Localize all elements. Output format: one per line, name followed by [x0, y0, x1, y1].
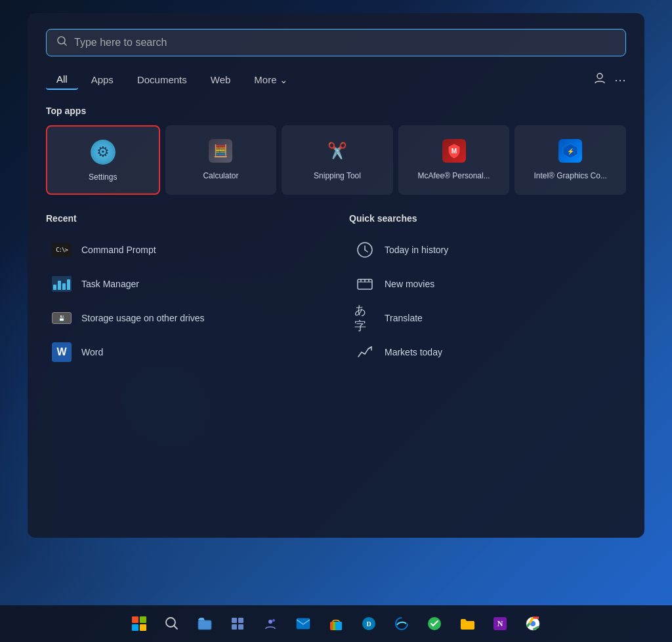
svg-text:D: D [366, 620, 371, 628]
taskbar-teams-icon[interactable] [256, 609, 285, 638]
tab-apps[interactable]: Apps [81, 70, 124, 89]
cmd-label: Command Prompt [81, 245, 156, 255]
recent-section: Recent C:\> Command Prompt [46, 213, 323, 369]
quick-item-history[interactable]: Today in history [349, 233, 626, 267]
tab-documents[interactable]: Documents [127, 70, 198, 89]
app-tile-intel[interactable]: ⚡ Intel® Graphics Co... [514, 125, 626, 195]
svg-rect-20 [238, 624, 243, 630]
app-tile-calculator[interactable]: 🧮 Calculator [165, 125, 277, 195]
taskbar-file-explorer-icon[interactable] [190, 609, 219, 638]
svg-rect-19 [232, 624, 237, 630]
word-icon: W [51, 342, 72, 363]
taskbar-dell-icon[interactable]: D [354, 609, 383, 638]
svg-rect-26 [335, 622, 342, 630]
history-label: Today in history [385, 245, 448, 255]
recent-item-storage[interactable]: 💾 Storage usage on other drives [46, 301, 323, 335]
quick-searches-title: Quick searches [349, 213, 626, 224]
markets-icon [354, 342, 375, 363]
header-right: ⋯ [593, 71, 626, 88]
taskbar: D N [0, 605, 672, 642]
taskman-label: Task Manager [81, 279, 139, 289]
snipping-app-icon: ✂️ [324, 137, 351, 165]
recent-title: Recent [46, 213, 323, 224]
search-panel: All Apps Documents Web More ⌄ ⋯ Top apps… [28, 13, 644, 538]
more-options-icon[interactable]: ⋯ [614, 73, 626, 87]
taskbar-search-icon[interactable] [158, 609, 186, 638]
app-tile-snipping[interactable]: ✂️ Snipping Tool [282, 125, 393, 195]
translate-icon: あ字 [354, 308, 375, 329]
quick-item-translate[interactable]: あ字 Translate [349, 301, 626, 335]
svg-text:M: M [451, 148, 456, 155]
svg-rect-17 [232, 618, 237, 623]
taskbar-store-icon[interactable] [322, 609, 350, 638]
top-apps-grid: Settings 🧮 Calculator ✂️ Snipping Tool M [46, 125, 626, 195]
movies-label: New movies [385, 279, 434, 289]
recent-item-word[interactable]: W Word [46, 335, 323, 369]
storage-label: Storage usage on other drives [81, 313, 205, 323]
quick-item-markets[interactable]: Markets today [349, 335, 626, 369]
windows-logo [132, 616, 146, 631]
svg-rect-16 [198, 620, 211, 630]
translate-label: Translate [385, 313, 423, 323]
cmd-icon: C:\> [51, 239, 72, 260]
app-tile-settings[interactable]: Settings [46, 125, 160, 195]
taskbar-view-icon[interactable] [223, 609, 252, 638]
storage-icon: 💾 [51, 308, 72, 329]
person-icon[interactable] [593, 71, 606, 88]
search-input[interactable] [74, 37, 615, 49]
calculator-app-icon: 🧮 [207, 137, 234, 165]
search-bar[interactable] [46, 29, 626, 56]
intel-app-label: Intel® Graphics Co... [534, 171, 607, 180]
mcafee-app-label: McAfee® Personal... [417, 171, 490, 180]
two-col-section: Recent C:\> Command Prompt [46, 213, 626, 369]
svg-point-22 [272, 619, 275, 622]
recent-item-cmd[interactable]: C:\> Command Prompt [46, 233, 323, 267]
svg-line-8 [365, 250, 368, 252]
settings-app-icon [89, 138, 117, 166]
quick-searches-section: Quick searches Today in history [349, 213, 626, 369]
svg-line-1 [64, 43, 67, 46]
chevron-down-icon: ⌄ [280, 74, 288, 86]
quick-item-movies[interactable]: New movies [349, 267, 626, 301]
svg-point-21 [268, 620, 272, 624]
taskbar-windows-button[interactable] [125, 609, 154, 638]
mcafee-app-icon: M [440, 137, 468, 165]
taskbar-chrome-icon[interactable] [518, 609, 547, 638]
settings-app-label: Settings [89, 172, 117, 182]
svg-rect-23 [297, 618, 310, 629]
recent-item-taskman[interactable]: Task Manager [46, 267, 323, 301]
calculator-app-label: Calculator [203, 171, 238, 180]
svg-text:N: N [497, 619, 503, 628]
taskbar-folder-icon[interactable] [453, 609, 482, 638]
taskbar-edge-icon[interactable] [387, 609, 416, 638]
svg-rect-18 [238, 618, 243, 623]
snipping-app-label: Snipping Tool [314, 171, 361, 180]
svg-text:⚡: ⚡ [567, 148, 575, 155]
app-tile-mcafee[interactable]: M McAfee® Personal... [398, 125, 510, 195]
tab-all[interactable]: All [46, 70, 78, 90]
svg-line-15 [174, 626, 177, 629]
movies-icon [354, 273, 375, 294]
top-apps-title: Top apps [46, 106, 626, 116]
taskman-icon [51, 273, 72, 294]
tab-web[interactable]: Web [200, 70, 242, 89]
tab-more[interactable]: More ⌄ [243, 70, 298, 90]
svg-point-2 [597, 73, 602, 79]
word-label: Word [81, 347, 103, 357]
taskbar-tick-icon[interactable] [420, 609, 449, 638]
history-icon [354, 239, 375, 260]
taskbar-mail-icon[interactable] [289, 609, 318, 638]
taskbar-onenote-icon[interactable]: N [486, 609, 514, 638]
intel-app-icon: ⚡ [556, 137, 584, 165]
search-icon [57, 36, 68, 49]
filter-tabs: All Apps Documents Web More ⌄ ⋯ [46, 70, 626, 90]
markets-label: Markets today [385, 347, 442, 357]
